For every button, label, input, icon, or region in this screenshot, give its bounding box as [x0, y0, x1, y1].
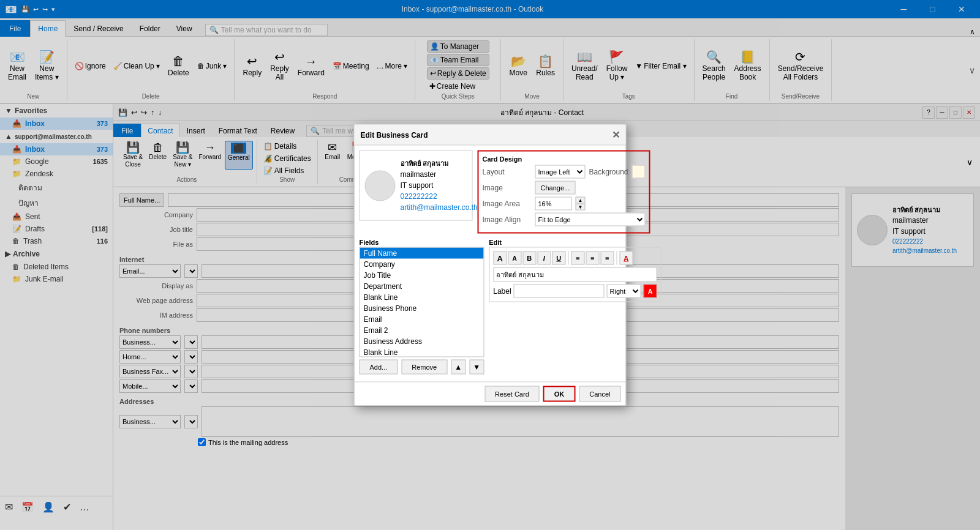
field-bizaddress[interactable]: Business Address: [360, 336, 484, 347]
italic-btn[interactable]: I: [537, 252, 551, 265]
image-align-row: Image Align Fit to Edge Stretch Center: [483, 213, 646, 226]
edit-business-card-dialog: Edit Business Card ✕ อาทิตย์ สกุลนาม mai…: [354, 124, 627, 406]
alignment-select[interactable]: Left Center Right: [607, 285, 641, 298]
layout-row: Layout Image Left Image Right Image Top …: [483, 165, 646, 179]
fields-panel: Fields Full Name Company Job Title Depar…: [360, 239, 484, 377]
field-blank2[interactable]: Blank Line: [360, 347, 484, 357]
card-design-label: Card Design: [483, 155, 646, 163]
layout-select[interactable]: Image Left Image Right Image Top Text On…: [535, 165, 586, 179]
fields-list[interactable]: Full Name Company Job Title Department B…: [360, 247, 484, 357]
image-row: Image Change...: [483, 181, 646, 195]
dialog-footer: Reset Card OK Cancel: [355, 382, 626, 406]
image-align-label: Image Align: [483, 215, 532, 224]
image-label: Image: [483, 184, 532, 192]
dialog-card-info: อาทิตย์ สกุลนาม mailmaster IT support 02…: [401, 159, 478, 213]
bold-btn[interactable]: B: [522, 252, 536, 265]
field-value-input[interactable]: [493, 267, 657, 282]
edit-panel-label: Edit: [489, 239, 661, 246]
add-field-btn[interactable]: Add...: [360, 360, 398, 375]
edit-panel-content: A A B I U ≡ ≡ ≡ A: [489, 247, 661, 302]
dialog-backdrop: Edit Business Card ✕ อาทิตย์ สกุลนาม mai…: [0, 0, 980, 530]
fields-label: Fields: [360, 239, 484, 246]
field-fullname[interactable]: Full Name: [360, 248, 484, 259]
layout-label: Layout: [483, 168, 532, 176]
image-area-input[interactable]: [535, 197, 572, 211]
field-company[interactable]: Company: [360, 259, 484, 270]
remove-field-btn[interactable]: Remove: [401, 360, 447, 375]
dialog-body: อาทิตย์ สกุลนาม mailmaster IT support 02…: [355, 146, 626, 382]
toolbar-separator: [568, 252, 568, 265]
dialog-title: Edit Business Card: [361, 130, 428, 139]
dialog-card-company: mailmaster: [401, 168, 478, 179]
card-design-panel: Card Design Layout Image Left Image Righ…: [478, 151, 650, 234]
ok-btn[interactable]: OK: [543, 386, 576, 402]
fields-footer: Add... Remove ▲ ▼: [360, 357, 484, 377]
image-area-spinner[interactable]: ▲ ▼: [576, 197, 586, 211]
fields-edit-area: Fields Full Name Company Job Title Depar…: [360, 239, 621, 377]
dialog-card-name: อาทิตย์ สกุลนาม: [401, 159, 478, 169]
label-row: Label Left Center Right A: [493, 285, 657, 298]
dialog-top-area: อาทิตย์ สกุลนาม mailmaster IT support 02…: [360, 151, 621, 234]
field-jobtitle[interactable]: Job Title: [360, 270, 484, 281]
background-color-swatch[interactable]: [632, 165, 646, 179]
dialog-close-btn[interactable]: ✕: [612, 129, 620, 141]
font-color-btn[interactable]: A: [619, 252, 633, 265]
label-input[interactable]: [514, 285, 605, 298]
image-area-row: Image Area ▲ ▼: [483, 197, 646, 211]
align-center-btn[interactable]: ≡: [586, 252, 599, 265]
cancel-btn[interactable]: Cancel: [579, 386, 620, 402]
edit-toolbar: A A B I U ≡ ≡ ≡ A: [493, 252, 657, 265]
reset-card-btn[interactable]: Reset Card: [484, 386, 540, 402]
spin-up-btn[interactable]: ▲: [576, 197, 586, 204]
dialog-avatar: [365, 170, 396, 201]
edit-panel: Edit A A B I U ≡ ≡ ≡: [489, 239, 661, 377]
move-up-btn[interactable]: ▲: [451, 360, 466, 375]
dialog-title-bar: Edit Business Card ✕: [355, 125, 626, 146]
underline-btn[interactable]: U: [552, 252, 565, 265]
spin-down-btn[interactable]: ▼: [576, 204, 586, 211]
background-label: Background: [589, 168, 628, 176]
dialog-card-preview: อาทิตย์ สกุลนาม mailmaster IT support 02…: [360, 151, 473, 221]
dialog-card-email: artith@mailmaster.co.th: [401, 201, 478, 212]
label-color-btn[interactable]: A: [644, 285, 657, 298]
move-down-btn[interactable]: ▼: [469, 360, 484, 375]
field-department[interactable]: Department: [360, 281, 484, 292]
dialog-card-role: IT support: [401, 179, 478, 190]
card-preview-container: อาทิตย์ สกุลนาม mailmaster IT support 02…: [360, 151, 473, 234]
label-color-icon: A: [648, 288, 652, 294]
image-area-label: Image Area: [483, 200, 532, 208]
align-left-btn[interactable]: ≡: [571, 252, 584, 265]
dialog-card-phone: 022222222: [401, 190, 478, 201]
field-email2[interactable]: Email 2: [360, 325, 484, 336]
change-image-btn[interactable]: Change...: [535, 181, 576, 195]
field-bizphone[interactable]: Business Phone: [360, 303, 484, 314]
field-blank1[interactable]: Blank Line: [360, 292, 484, 303]
image-align-select[interactable]: Fit to Edge Stretch Center: [535, 213, 646, 226]
font-large-btn[interactable]: A: [493, 252, 507, 265]
field-email[interactable]: Email: [360, 314, 484, 325]
label-text: Label: [493, 287, 511, 296]
toolbar-separator2: [616, 252, 617, 265]
font-small-btn[interactable]: A: [508, 252, 521, 265]
align-right-btn[interactable]: ≡: [600, 252, 614, 265]
